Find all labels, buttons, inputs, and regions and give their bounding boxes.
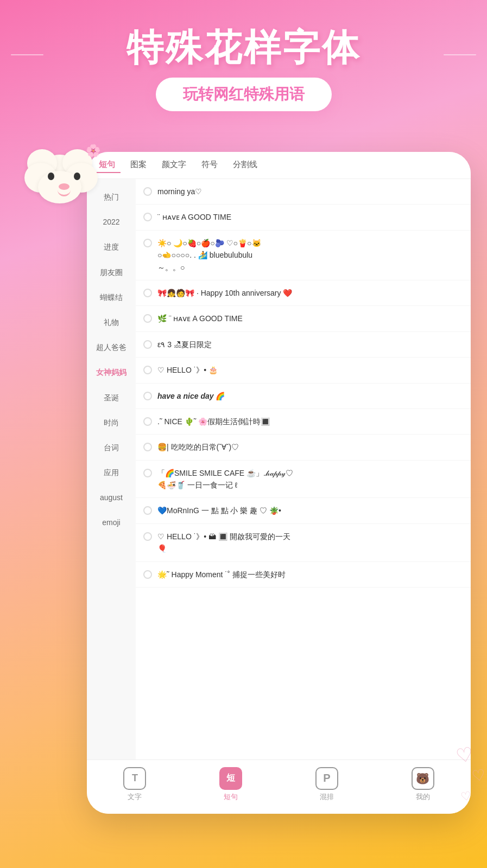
sidebar-item-shishang[interactable]: 时尚 — [87, 410, 136, 435]
radio-dot[interactable] — [143, 417, 152, 426]
radio-dot[interactable] — [143, 289, 152, 297]
sidebar: 热门 2022 进度 朋友圈 蝴蝶结 礼物 超人爸爸 女神妈妈 圣诞 时尚 台词… — [87, 179, 136, 781]
sidebar-item-nvshenmama[interactable]: 女神妈妈 — [87, 360, 136, 385]
phone-container: 短句 图案 颜文字 符号 分割线 热门 2022 进度 朋友圈 蝴蝶结 礼物 超… — [87, 152, 471, 814]
item-text: ♡ HELLO ˙》• 🏔 🔳 開啟我可愛的一天 🎈 — [157, 531, 463, 555]
top-area: 特殊花样字体 玩转网红特殊用语 — [0, 0, 487, 122]
item-text-have-nice-day: have a nice day 🌈 — [157, 390, 463, 402]
nav-label-hunpai: 混排 — [320, 792, 334, 802]
sidebar-item-yingyong[interactable]: 应用 — [87, 460, 136, 485]
radio-dot[interactable] — [143, 532, 152, 541]
radio-dot[interactable] — [143, 314, 152, 323]
radio-dot[interactable] — [143, 239, 152, 247]
sidebar-item-liwu[interactable]: 礼物 — [87, 310, 136, 335]
list-item[interactable]: 🍔| 吃吃吃的日常(ˇ∀ˇ)♡ — [136, 435, 471, 460]
sheep-nose — [59, 183, 69, 190]
radio-dot[interactable] — [143, 213, 152, 221]
radio-dot[interactable] — [143, 443, 152, 451]
wenzi-icon: T — [123, 767, 146, 790]
nav-item-hunpai[interactable]: P 混排 — [315, 767, 338, 802]
list-item[interactable]: ♡ HELLO ˙》• 🏔 🔳 開啟我可愛的一天 🎈 — [136, 524, 471, 562]
list-item[interactable]: .˜ NICE 🌵˜ 🌸假期生活倒計時🔳 — [136, 409, 471, 435]
list-content: morning ya♡ ¨ ʜᴀᴠᴇ A GOOD TIME ☀️○ 🌙○🍓○🍎… — [136, 179, 471, 781]
item-text: ♡ HELLO ˙》• 🎂 — [157, 364, 463, 376]
item-text: ¨ ʜᴀᴠᴇ A GOOD TIME — [157, 211, 463, 223]
sidebar-item-shengdan[interactable]: 圣诞 — [87, 385, 136, 410]
sheep-mascot: 🌸 — [22, 146, 109, 233]
main-title: 特殊花样字体 — [11, 27, 476, 68]
radio-dot[interactable] — [143, 506, 152, 515]
item-text: .˜ NICE 🌵˜ 🌸假期生活倒計時🔳 — [157, 416, 463, 427]
item-text: ☀️○ 🌙○🍓○🍎○🫐 ♡○🍟○🐱 ○🫲○○○○. . 🏄 bluebulubu… — [157, 237, 463, 273]
item-text: 「🌈SMILE SMILE CAFE ☕」.𝒽𝒶𝓅𝓅𝓎♡ 🍕🍜🥤 一日一食一记 … — [157, 467, 463, 492]
sidebar-item-taici[interactable]: 台词 — [87, 435, 136, 460]
nav-item-duanju[interactable]: 短 短句 — [219, 767, 242, 802]
list-item[interactable]: ε٩ 3 🏖夏日限定 — [136, 332, 471, 358]
list-item[interactable]: 💙MoRnInG 一 點 點 小 樂 趣 ♡ 🪴• — [136, 498, 471, 524]
radio-dot[interactable] — [143, 187, 152, 196]
hunpai-icon: P — [315, 767, 338, 790]
category-tabs: 短句 图案 颜文字 符号 分割线 — [87, 152, 471, 179]
list-item[interactable]: 🌟˜ Happy Moment ˙˚ 捕捉一些美好时 — [136, 562, 471, 588]
duanju-icon: 短 — [219, 767, 242, 790]
list-item[interactable]: 🌿 ¨ ʜᴀᴠᴇ A GOOD TIME — [136, 306, 471, 331]
wode-icon: 🐻 — [412, 767, 434, 790]
list-item[interactable]: ♡ HELLO ˙》• 🎂 — [136, 358, 471, 383]
sidebar-item-chaobaba[interactable]: 超人爸爸 — [87, 335, 136, 360]
nav-label-wenzi: 文字 — [128, 792, 142, 802]
radio-dot[interactable] — [143, 366, 152, 374]
subtitle-pill: 玩转网红特殊用语 — [156, 78, 332, 111]
list-item[interactable]: 🎀👧🧑🎀 · Happy 10th anniversary ❤️ — [136, 280, 471, 306]
content-area: 热门 2022 进度 朋友圈 蝴蝶结 礼物 超人爸爸 女神妈妈 圣诞 时尚 台词… — [87, 179, 471, 781]
list-item[interactable]: 「🌈SMILE SMILE CAFE ☕」.𝒽𝒶𝓅𝓅𝓎♡ 🍕🍜🥤 一日一食一记 … — [136, 461, 471, 499]
list-item[interactable]: ☀️○ 🌙○🍓○🍎○🫐 ♡○🍟○🐱 ○🫲○○○○. . 🏄 bluebulubu… — [136, 231, 471, 280]
nav-label-wode: 我的 — [416, 792, 430, 802]
sidebar-item-emoji[interactable]: emoji — [87, 510, 136, 535]
sheep-eye-right — [74, 173, 80, 180]
item-text: morning ya♡ — [157, 186, 463, 197]
item-text: 🎀👧🧑🎀 · Happy 10th anniversary ❤️ — [157, 287, 463, 299]
nav-label-duanju: 短句 — [224, 792, 238, 802]
item-text: 🌟˜ Happy Moment ˙˚ 捕捉一些美好时 — [157, 569, 463, 580]
item-text: 💙MoRnInG 一 點 點 小 樂 趣 ♡ 🪴• — [157, 505, 463, 516]
sidebar-item-jindu[interactable]: 进度 — [87, 234, 136, 259]
item-text: 🌿 ¨ ʜᴀᴠᴇ A GOOD TIME — [157, 312, 463, 324]
sidebar-item-hudieje[interactable]: 蝴蝶结 — [87, 285, 136, 310]
item-text: 🍔| 吃吃吃的日常(ˇ∀ˇ)♡ — [157, 441, 463, 453]
item-text: ε٩ 3 🏖夏日限定 — [157, 339, 463, 350]
list-item[interactable]: morning ya♡ — [136, 179, 471, 205]
list-item-have-nice-day[interactable]: have a nice day 🌈 — [136, 384, 471, 409]
list-item[interactable]: ¨ ʜᴀᴠᴇ A GOOD TIME — [136, 205, 471, 230]
sheep-eye-left — [48, 173, 54, 180]
cat-tab-tuan[interactable]: 图案 — [125, 157, 152, 173]
radio-dot[interactable] — [143, 392, 152, 400]
radio-dot[interactable] — [143, 570, 152, 579]
bottom-nav: T 文字 短 短句 P 混排 🐻 我的 — [87, 760, 471, 814]
cat-tab-fuhao[interactable]: 符号 — [196, 157, 223, 173]
cat-tab-fengexian[interactable]: 分割线 — [227, 157, 263, 173]
sheep-flower: 🌸 — [86, 144, 100, 158]
nav-item-wenzi[interactable]: T 文字 — [123, 767, 146, 802]
sidebar-item-august[interactable]: august — [87, 485, 136, 510]
radio-dot[interactable] — [143, 340, 152, 349]
sidebar-item-pengyouquan[interactable]: 朋友圈 — [87, 260, 136, 285]
nav-item-wode[interactable]: 🐻 我的 — [412, 767, 434, 802]
cat-tab-yanlian[interactable]: 颜文字 — [156, 157, 192, 173]
radio-dot[interactable] — [143, 469, 152, 477]
